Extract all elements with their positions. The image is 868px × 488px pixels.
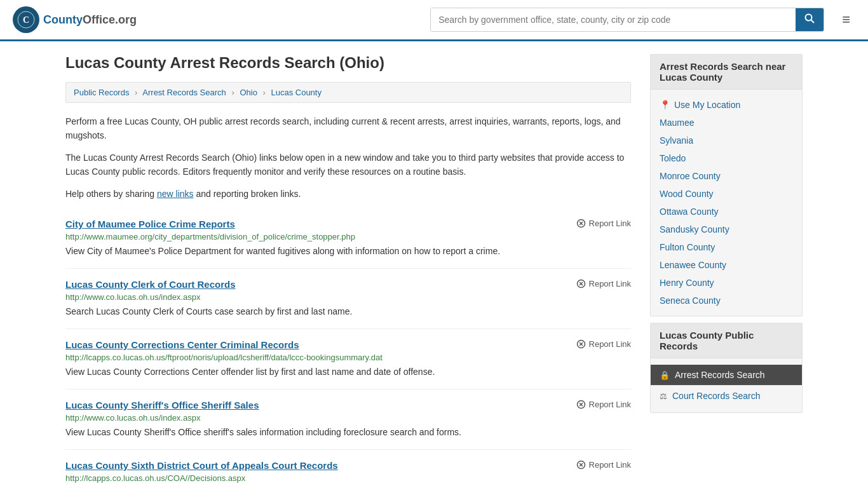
pin-icon: 📍 [660,100,670,110]
svg-text:C: C [23,15,29,25]
results-list: City of Maumee Police Crime Reports Repo… [65,208,631,488]
nearby-links: MaumeeSylvaniaToledoMonroe CountyWood Co… [651,114,802,309]
nearby-title: Arrest Records Search near Lucas County [651,55,802,90]
result-title-2[interactable]: Lucas County Corrections Center Criminal… [65,339,299,350]
sidebar-item-0[interactable]: ⚖Court Records Search [651,385,802,406]
nearby-link-4[interactable]: Wood County [651,185,802,203]
result-url-1: http://www.co.lucas.oh.us/index.aspx [65,292,631,302]
result-url-0: http://www.maumee.org/city_departments/d… [65,232,631,241]
use-my-location[interactable]: 📍 Use My Location [651,96,802,114]
sidebar: Arrest Records Search near Lucas County … [650,54,803,488]
public-records-section: Lucas County Public Records 🔒 Arrest Rec… [650,323,803,413]
breadcrumb: Public Records › Arrest Records Search ›… [65,82,631,103]
public-records-title: Lucas County Public Records [651,323,802,358]
result-desc-2: View Lucas County Corrections Center off… [65,365,631,379]
site-header: C CountyOffice.org ≡ [0,0,868,41]
content-area: Lucas County Arrest Records Search (Ohio… [65,54,631,488]
arrest-icon: 🔒 [660,370,670,380]
result-url-4: http://lcapps.co.lucas.oh.us/COA//Decisi… [65,473,631,483]
breadcrumb-ohio[interactable]: Ohio [240,88,257,97]
nearby-link-1[interactable]: Sylvania [651,132,802,149]
logo-icon: C [13,6,39,33]
nearby-link-10[interactable]: Seneca County [651,292,802,309]
nearby-body: 📍 Use My Location MaumeeSylvaniaToledoMo… [651,90,802,316]
public-records-body: 🔒 Arrest Records Search ⚖Court Records S… [651,358,802,412]
search-input[interactable] [431,8,796,31]
nearby-link-5[interactable]: Ottawa County [651,203,802,220]
result-title-1[interactable]: Lucas County Clerk of Court Records [65,279,236,290]
nearby-link-8[interactable]: Lenawee County [651,256,802,274]
report-link-3[interactable]: Report Link [576,400,631,409]
description-2: The Lucas County Arrest Records Search (… [65,151,631,179]
result-url-3: http://www.co.lucas.oh.us/index.aspx [65,413,631,423]
description-3: Help others by sharing new links and rep… [65,187,631,201]
result-title-0[interactable]: City of Maumee Police Crime Reports [65,219,235,229]
result-entry: Lucas County Corrections Center Criminal… [65,329,631,390]
nearby-link-3[interactable]: Monroe County [651,167,802,185]
nearby-link-0[interactable]: Maumee [651,114,802,132]
logo-county: County [43,13,83,26]
logo-text: CountyOffice.org [43,13,137,27]
new-links-link[interactable]: new links [157,189,194,199]
report-link-0[interactable]: Report Link [576,219,631,228]
search-bar [430,8,824,32]
nearby-link-6[interactable]: Sandusky County [651,220,802,238]
search-button[interactable] [796,8,824,31]
nearby-link-2[interactable]: Toledo [651,149,802,167]
result-desc-3: View Lucas County Sheriff's Office sheri… [65,426,631,439]
court-icon: ⚖ [660,391,667,401]
nearby-link-9[interactable]: Henry County [651,274,802,292]
report-link-2[interactable]: Report Link [576,339,631,349]
breadcrumb-public-records[interactable]: Public Records [74,88,129,97]
nearby-link-7[interactable]: Fulton County [651,238,802,256]
result-entry: Lucas County Sixth District Court of App… [65,450,631,488]
result-entry: Lucas County Clerk of Court Records Repo… [65,269,631,329]
page-title: Lucas County Arrest Records Search (Ohio… [65,54,631,72]
result-entry: Lucas County Sheriff's Office Sheriff Sa… [65,390,631,450]
svg-point-2 [806,15,812,21]
sidebar-other-items: ⚖Court Records Search [651,385,802,406]
nearby-section: Arrest Records Search near Lucas County … [650,54,803,316]
report-link-1[interactable]: Report Link [576,279,631,288]
logo-area[interactable]: C CountyOffice.org [13,6,137,33]
menu-icon[interactable]: ≡ [837,9,855,30]
breadcrumb-lucas-county[interactable]: Lucas County [271,88,322,97]
result-title-4[interactable]: Lucas County Sixth District Court of App… [65,460,338,471]
result-url-2: http://lcapps.co.lucas.oh.us/ftproot/nor… [65,353,631,362]
result-entry: City of Maumee Police Crime Reports Repo… [65,208,631,269]
main-container: Lucas County Arrest Records Search (Ohio… [53,41,815,488]
result-desc-1: Search Lucas County Clerk of Courts case… [65,305,631,318]
result-desc-0: View City of Maumee's Police Department … [65,245,631,258]
breadcrumb-arrest-records[interactable]: Arrest Records Search [142,88,226,97]
description-1: Perform a free Lucas County, OH public a… [65,114,631,143]
logo-office: Office.org [83,13,137,26]
svg-line-3 [811,20,815,24]
active-sidebar-item[interactable]: 🔒 Arrest Records Search [651,365,802,385]
result-title-3[interactable]: Lucas County Sheriff's Office Sheriff Sa… [65,400,259,410]
report-link-4[interactable]: Report Link [576,460,631,470]
